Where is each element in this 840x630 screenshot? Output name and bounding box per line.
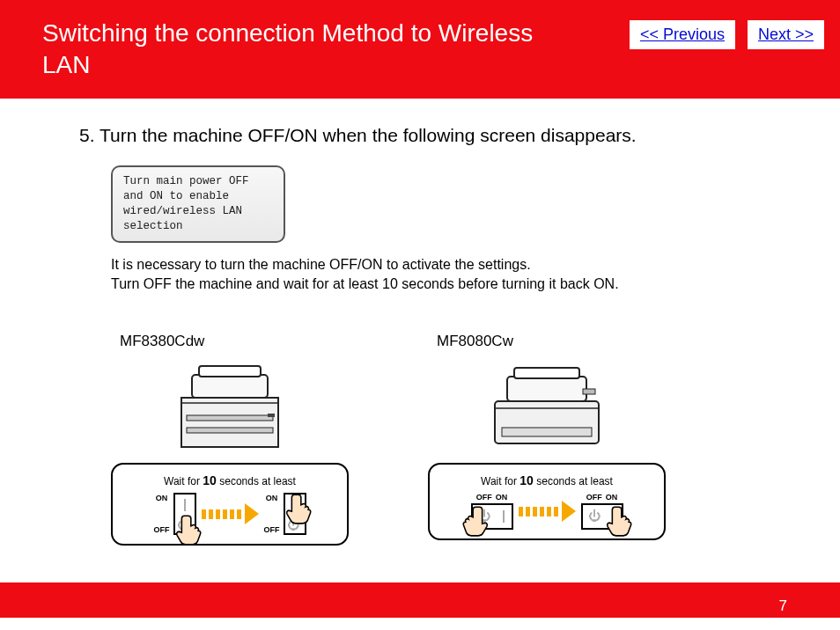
rocker-switch-icon: ⏻	[471, 503, 513, 530]
svg-rect-8	[507, 377, 586, 401]
arrow-right-icon	[562, 501, 576, 522]
model-a-block: MF8380Cdw Wait for 10 seconds at least	[111, 333, 349, 546]
on-label: ON	[494, 493, 510, 502]
on-label: ON	[264, 494, 280, 502]
printer-b-icon	[472, 357, 622, 451]
svg-rect-4	[187, 428, 273, 433]
off-label: OFF	[585, 493, 604, 502]
footer-strip	[0, 618, 840, 630]
page-header: Switching the connection Method to Wirel…	[0, 0, 840, 99]
next-button[interactable]: Next >>	[748, 20, 824, 49]
svg-rect-7	[495, 401, 599, 443]
switch-panel-a: Wait for 10 seconds at least ON OFF ⏻	[111, 463, 349, 546]
note-line-2: Turn OFF the machine and wait for at lea…	[111, 276, 619, 291]
on-label: ON	[604, 493, 620, 502]
off-label: OFF	[475, 493, 494, 502]
model-b-label: MF8080Cw	[428, 333, 666, 350]
off-label: OFF	[264, 525, 280, 534]
previous-button[interactable]: << Previous	[630, 20, 735, 49]
svg-rect-1	[192, 375, 268, 398]
progress-dots-icon	[519, 507, 558, 516]
switch-row-a: ON OFF ⏻	[125, 493, 335, 535]
on-label: ON	[154, 494, 170, 502]
page-title: Switching the connection Method to Wirel…	[42, 18, 535, 82]
off-label: OFF	[154, 525, 170, 534]
model-a-label: MF8380Cdw	[111, 333, 349, 350]
svg-rect-10	[502, 428, 592, 436]
switch-panel-b: Wait for 10 seconds at least OFF ON ⏻	[428, 463, 666, 540]
lcd-screen-message: Turn main power OFF and ON to enable wir…	[111, 165, 285, 243]
svg-rect-5	[268, 414, 275, 417]
svg-rect-2	[199, 366, 261, 377]
switch-a-right: ON OFF ⏻	[264, 493, 306, 535]
svg-rect-0	[181, 398, 278, 447]
svg-rect-12	[583, 389, 595, 394]
switch-row-b: OFF ON ⏻	[442, 493, 652, 530]
arrow-right-icon	[245, 503, 259, 524]
nav-buttons: << Previous Next >>	[630, 20, 824, 49]
models-row: MF8380Cdw Wait for 10 seconds at least	[111, 333, 761, 546]
wait-text-b: Wait for 10 seconds at least	[442, 473, 652, 487]
rocker-switch-icon: ⏻	[581, 503, 623, 530]
content-area: 5. Turn the machine OFF/ON when the foll…	[0, 99, 840, 546]
note-line-1: It is necessary to turn the machine OFF/…	[111, 257, 531, 272]
model-b-block: MF8080Cw Wait for 10 seconds at least O	[428, 333, 666, 546]
note-text: It is necessary to turn the machine OFF/…	[111, 255, 761, 295]
step-instruction: 5. Turn the machine OFF/ON when the foll…	[79, 125, 761, 146]
switch-a-left: ON OFF ⏻	[154, 493, 196, 535]
rocker-switch-icon: ⏻	[284, 493, 306, 535]
rocker-switch-icon: ⏻	[173, 493, 196, 535]
switch-b-right: OFF ON ⏻	[581, 493, 623, 530]
svg-rect-3	[187, 415, 273, 421]
printer-a-icon	[155, 357, 305, 451]
progress-dots-icon	[202, 509, 241, 519]
switch-b-left: OFF ON ⏻	[471, 493, 513, 530]
svg-rect-9	[514, 368, 579, 378]
wait-text-a: Wait for 10 seconds at least	[125, 473, 335, 487]
page-number: 7	[779, 597, 787, 615]
